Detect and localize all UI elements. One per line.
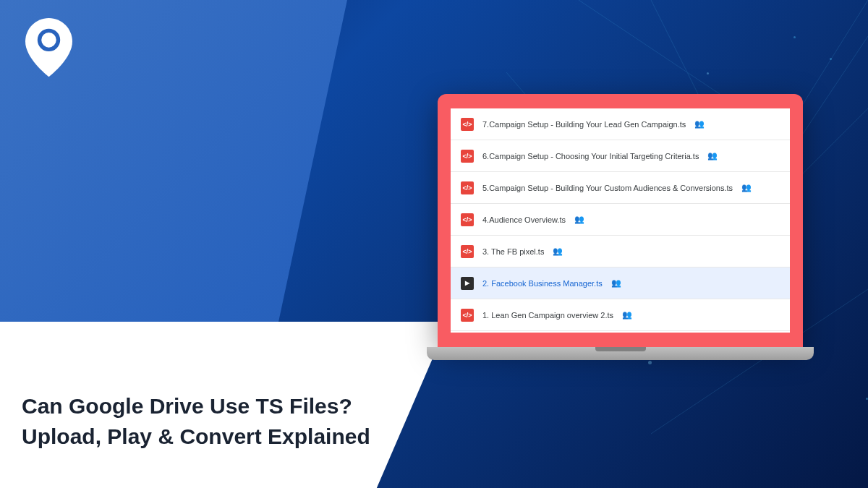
shared-icon: 👥 [741, 183, 752, 192]
file-row[interactable]: 2. Facebook Business Manager.ts👥 [451, 267, 790, 299]
headline-line-2: Upload, Play & Convert Explained [22, 424, 370, 448]
file-row[interactable]: </>6.Campaign Setup - Choosing Your Init… [451, 140, 790, 172]
file-name: 4.Audience Overview.ts [482, 215, 566, 224]
shared-icon: 👥 [694, 119, 705, 129]
shared-icon: 👥 [574, 215, 584, 224]
file-row[interactable]: </>4.Audience Overview.ts👥 [451, 204, 790, 236]
laptop-screen: </>7.Campaign Setup - Building Your Lead… [438, 94, 803, 347]
code-file-icon: </> [461, 118, 474, 131]
code-file-icon: </> [461, 181, 474, 194]
file-name: 5.Campaign Setup - Building Your Custom … [482, 184, 733, 192]
file-list: </>7.Campaign Setup - Building Your Lead… [451, 108, 790, 333]
code-file-icon: </> [461, 213, 474, 226]
shared-icon: 👥 [611, 278, 621, 288]
shared-icon: 👥 [622, 310, 632, 320]
file-name: 6.Campaign Setup - Choosing Your Initial… [482, 152, 699, 160]
video-file-icon [461, 277, 474, 290]
laptop-base [427, 347, 814, 360]
code-file-icon: </> [461, 150, 474, 163]
file-row[interactable]: </>3. The FB pixel.ts👥 [451, 236, 790, 267]
file-name: 1. Lean Gen Campaign overview 2.ts [482, 311, 613, 320]
file-row[interactable]: </>5.Campaign Setup - Building Your Cust… [451, 172, 790, 204]
code-file-icon: </> [461, 245, 474, 258]
headline-line-1: Can Google Drive Use TS Files? [22, 394, 352, 418]
shared-icon: 👥 [707, 151, 718, 160]
file-row[interactable]: </>1. Lean Gen Campaign overview 2.ts👥 [451, 299, 790, 331]
pin-logo-icon [25, 18, 72, 76]
file-name: 3. The FB pixel.ts [482, 247, 544, 256]
headline-text: Can Google Drive Use TS Files? Upload, P… [22, 391, 370, 452]
shared-icon: 👥 [553, 247, 563, 256]
code-file-icon: </> [461, 309, 474, 322]
file-row[interactable]: </>7.Campaign Setup - Building Your Lead… [451, 108, 790, 140]
file-name: 7.Campaign Setup - Building Your Lead Ge… [482, 120, 686, 129]
laptop-illustration: </>7.Campaign Setup - Building Your Lead… [427, 94, 814, 380]
file-name: 2. Facebook Business Manager.ts [482, 279, 603, 288]
